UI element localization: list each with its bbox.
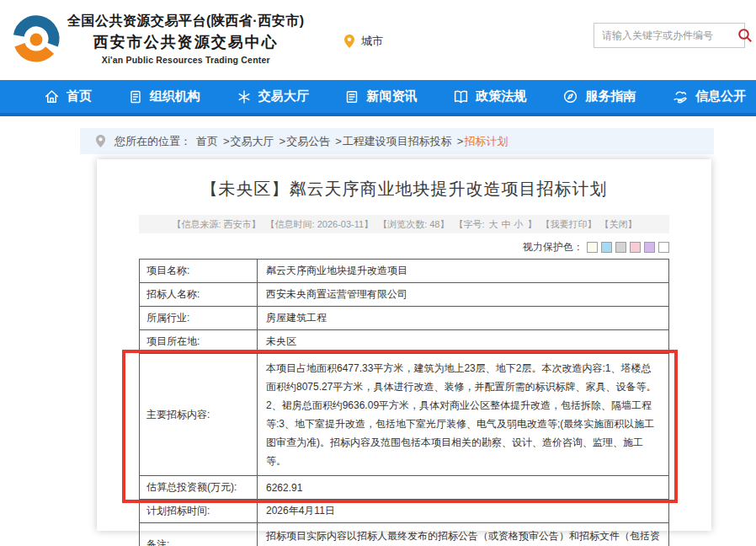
nav-label: 新闻资讯 bbox=[366, 88, 417, 104]
row-label: 招标人名称: bbox=[140, 283, 258, 307]
meta-time: 【信息时间: 2026-03-11】 bbox=[266, 218, 374, 231]
nav-item-information-disclosure[interactable]: 信息公开 bbox=[672, 88, 746, 104]
nav-item-news[interactable]: 新闻资讯 bbox=[344, 88, 417, 104]
nav-item-organization[interactable]: 组织机构 bbox=[128, 88, 200, 104]
breadcrumb-item-announcements[interactable]: 交易公告 bbox=[286, 134, 330, 149]
table-row: 招标人名称: 西安未央商置运营管理有限公司 bbox=[140, 283, 669, 307]
nav-label: 交易大厅 bbox=[258, 88, 309, 104]
news-doc-icon bbox=[344, 89, 359, 104]
row-value: 房屋建筑工程 bbox=[258, 307, 669, 330]
trade-star-icon bbox=[237, 89, 252, 104]
eye-color-swatch-purple[interactable] bbox=[644, 242, 655, 253]
breadcrumb-item-bidding-plan[interactable]: 招标计划 bbox=[464, 134, 508, 149]
row-value: 西安未央商置运营管理有限公司 bbox=[258, 283, 669, 307]
nav-item-home[interactable]: 首页 bbox=[44, 88, 92, 104]
breadcrumb-item-home[interactable]: 首页 bbox=[196, 134, 218, 149]
site-header: 全国公共资源交易平台(陕西省·西安市) 西安市公共资源交易中心 Xi'an Pu… bbox=[0, 0, 756, 80]
location-pin-icon bbox=[343, 34, 355, 49]
breadcrumb-separator: > bbox=[335, 135, 342, 147]
search-input[interactable] bbox=[594, 29, 737, 41]
platform-title: 全国公共资源交易平台(陕西省·西安市) bbox=[67, 13, 304, 30]
eye-color-swatch-gray[interactable] bbox=[615, 242, 626, 253]
fontsize-large-button[interactable]: 大 bbox=[489, 218, 498, 231]
breadcrumb-item-trading-hall[interactable]: 交易大厅 bbox=[231, 134, 274, 149]
org-doc-icon bbox=[128, 89, 143, 104]
detail-table: 项目名称: 粼云天序商业地块提升改造项目 招标人名称: 西安未央商置运营管理有限… bbox=[139, 259, 669, 546]
row-label: 项目名称: bbox=[140, 260, 258, 283]
print-button[interactable]: 【我要打印】 bbox=[541, 218, 597, 231]
row-value: 未央区 bbox=[258, 330, 669, 354]
table-row: 备注: 招标项目实际内容以招标人最终发布的招标公告（或资格预审公告）和招标文件（… bbox=[140, 523, 669, 546]
search-button[interactable] bbox=[737, 24, 753, 47]
breadcrumb: 您所在的位置： 首页 > 交易大厅 > 交易公告 > 工程建设项目招标投标 > … bbox=[80, 128, 714, 154]
compass-icon bbox=[562, 88, 578, 104]
table-row: 项目所在地: 未央区 bbox=[140, 330, 669, 354]
meta-fontsize-prefix: 【字号: bbox=[455, 218, 485, 231]
meta-source: 【信息来源: 西安市】 bbox=[172, 218, 260, 231]
fontsize-medium-button[interactable]: 中 bbox=[502, 218, 511, 231]
search-box bbox=[594, 23, 745, 48]
home-icon bbox=[44, 88, 60, 104]
article-meta-bar: 【信息来源: 西安市】 【信息时间: 2026-03-11】 【浏览次数: 48… bbox=[139, 215, 669, 233]
city-selector[interactable]: 城市 bbox=[343, 34, 383, 49]
nav-label: 首页 bbox=[67, 88, 92, 104]
main-nav: 首页 组织机构 交易大厅 新闻资讯 政策法规 服务指南 bbox=[0, 80, 756, 116]
nav-label: 政策法规 bbox=[476, 88, 526, 104]
table-row: 主要招标内容: 本项目占地面积6477.33平方米，建筑为地上23层、地下2层。… bbox=[140, 354, 669, 476]
eye-protection-row: 视力保护色： bbox=[139, 240, 669, 254]
nav-item-trading-hall[interactable]: 交易大厅 bbox=[237, 88, 309, 104]
breadcrumb-pin-icon bbox=[95, 134, 106, 148]
meta-fontsize-suffix: 】 bbox=[528, 218, 537, 231]
row-label: 所属行业: bbox=[140, 307, 258, 330]
row-label: 估算总投资额(万元): bbox=[140, 476, 258, 500]
site-title-block: 全国公共资源交易平台(陕西省·西安市) 西安市公共资源交易中心 Xi'an Pu… bbox=[67, 13, 304, 65]
nav-label: 信息公开 bbox=[695, 88, 746, 104]
nav-item-service-guide[interactable]: 服务指南 bbox=[562, 88, 636, 104]
eye-color-swatch-white[interactable] bbox=[658, 242, 669, 253]
site-logo[interactable] bbox=[8, 11, 64, 67]
row-value: 招标项目实际内容以招标人最终发布的招标公告（或资格预审公告）和招标文件（包括资格… bbox=[258, 523, 669, 546]
row-label: 计划招标时间: bbox=[140, 500, 258, 523]
table-row: 估算总投资额(万元): 6262.91 bbox=[140, 476, 669, 500]
center-title: 西安市公共资源交易中心 bbox=[67, 32, 304, 52]
fontsize-small-button[interactable]: 小 bbox=[514, 218, 524, 231]
row-value: 2026年4月11日 bbox=[258, 500, 669, 523]
nav-label: 组织机构 bbox=[150, 88, 200, 104]
logo-rings-icon bbox=[8, 11, 64, 67]
search-icon bbox=[737, 28, 753, 43]
row-value: 粼云天序商业地块提升改造项目 bbox=[258, 260, 669, 283]
breadcrumb-separator: > bbox=[280, 135, 286, 147]
close-button[interactable]: 【关闭】 bbox=[600, 218, 637, 231]
eye-protection-label: 视力保护色： bbox=[523, 240, 583, 254]
row-label: 项目所在地: bbox=[140, 330, 258, 354]
table-row: 项目名称: 粼云天序商业地块提升改造项目 bbox=[140, 260, 669, 283]
content-card: 【未央区】粼云天序商业地块提升改造项目招标计划 【信息来源: 西安市】 【信息时… bbox=[97, 159, 711, 531]
nav-label: 服务指南 bbox=[585, 88, 636, 104]
book-icon bbox=[453, 88, 469, 104]
nav-item-policies[interactable]: 政策法规 bbox=[453, 88, 526, 104]
table-row: 计划招标时间: 2026年4月11日 bbox=[140, 500, 669, 523]
breadcrumb-separator: > bbox=[457, 135, 464, 147]
row-value: 6262.91 bbox=[258, 476, 669, 500]
city-label: 城市 bbox=[361, 34, 383, 49]
page-title: 【未央区】粼云天序商业地块提升改造项目招标计划 bbox=[97, 178, 711, 201]
row-value: 本项目占地面积6477.33平方米，建筑为地上23层、地下2层。本次改造内容:1… bbox=[258, 354, 669, 476]
table-row: 所属行业: 房屋建筑工程 bbox=[140, 307, 669, 330]
row-label: 备注: bbox=[140, 523, 258, 546]
center-title-english: Xi'an Public Resources Trading Center bbox=[67, 55, 304, 65]
breadcrumb-separator: > bbox=[223, 135, 230, 147]
breadcrumb-location-label: 您所在的位置： bbox=[114, 134, 191, 149]
eye-color-swatch-pink[interactable] bbox=[630, 242, 641, 253]
eye-color-swatch-cream[interactable] bbox=[587, 242, 598, 253]
hand-share-icon bbox=[672, 88, 689, 104]
meta-views: 【浏览次数: 48】 bbox=[378, 218, 449, 231]
breadcrumb-item-construction-bidding[interactable]: 工程建设项目招标投标 bbox=[343, 134, 452, 149]
eye-color-swatch-blue[interactable] bbox=[601, 242, 612, 253]
row-label: 主要招标内容: bbox=[140, 354, 258, 476]
